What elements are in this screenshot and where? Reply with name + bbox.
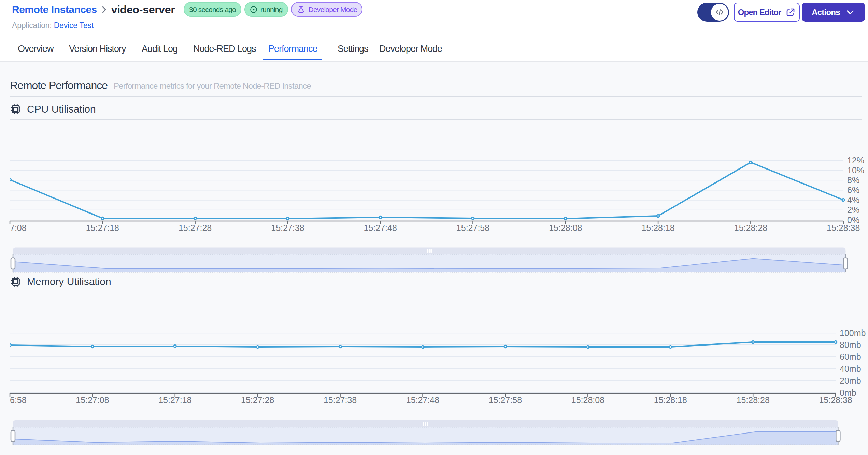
svg-text:15:27:58: 15:27:58 [456,223,489,233]
svg-text:100mb: 100mb [840,328,866,338]
svg-text:15:27:28: 15:27:28 [241,395,274,405]
svg-text:15:28:18: 15:28:18 [641,223,674,233]
svg-text:15:28:08: 15:28:08 [549,223,582,233]
svg-text:15:28:38: 15:28:38 [819,395,852,405]
svg-text:15:28:38: 15:28:38 [827,223,860,233]
svg-text:15:28:18: 15:28:18 [654,395,687,405]
svg-text:60mb: 60mb [840,352,861,362]
svg-text:15:27:28: 15:27:28 [179,223,212,233]
svg-text:20mb: 20mb [840,376,861,385]
svg-text:4%: 4% [847,195,859,205]
svg-text:15:27:48: 15:27:48 [406,395,439,405]
svg-text:15:27:58: 15:27:58 [489,395,522,405]
svg-text:15:27:48: 15:27:48 [364,223,397,233]
svg-text:8%: 8% [847,175,859,185]
svg-text:15:27:18: 15:27:18 [158,395,191,405]
svg-text:15:27:18: 15:27:18 [86,223,119,233]
svg-text:7:08: 7:08 [10,223,27,233]
svg-text:6:58: 6:58 [10,395,27,405]
svg-text:15:28:28: 15:28:28 [734,223,767,233]
svg-text:40mb: 40mb [840,364,861,373]
svg-text:80mb: 80mb [840,340,861,350]
svg-text:10%: 10% [847,165,864,175]
svg-text:2%: 2% [847,205,859,215]
svg-text:12%: 12% [847,156,864,165]
svg-text:15:27:38: 15:27:38 [324,395,357,405]
svg-text:15:28:28: 15:28:28 [737,395,770,405]
svg-text:15:28:08: 15:28:08 [571,395,604,405]
svg-text:15:27:38: 15:27:38 [271,223,304,233]
svg-text:15:27:08: 15:27:08 [76,395,109,405]
svg-text:6%: 6% [847,185,859,195]
